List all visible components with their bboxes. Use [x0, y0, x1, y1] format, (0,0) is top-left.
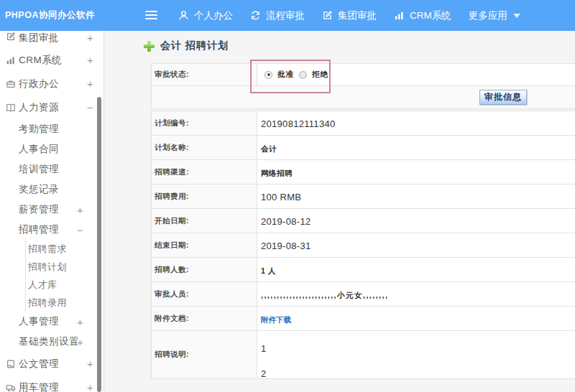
sidebar-item-考勤管理[interactable]: 考勤管理 [0, 119, 104, 139]
sidebar-item-人事管理[interactable]: 人事管理+ [0, 312, 104, 332]
sidebar-item-奖惩记录[interactable]: 奖惩记录 [0, 179, 104, 200]
expand-icon[interactable]: + [87, 78, 93, 90]
nav-3[interactable]: 集团审批 [322, 9, 377, 22]
chart-icon [394, 10, 405, 21]
field-row: 计划名称:会计 [152, 136, 575, 160]
chart-icon [6, 55, 16, 65]
sidebar-item-人才库[interactable]: 人才库 [0, 276, 104, 294]
expand-icon[interactable]: + [77, 204, 83, 216]
field-value: 2019-08-31 [261, 241, 311, 251]
caret-down-icon[interactable] [513, 14, 520, 18]
process-icon [250, 10, 261, 21]
expand-icon[interactable]: + [77, 316, 83, 328]
sidebar-item-招聘需求[interactable]: 招聘需求 [0, 240, 104, 258]
page-title: 会计 招聘计划 [160, 39, 229, 52]
user-icon [178, 10, 189, 21]
top-nav: 个人办公流程审批集团审批CRM系统更多应用 [178, 0, 520, 31]
field-label: 招聘渠道: [152, 160, 257, 185]
expand-icon[interactable]: + [87, 32, 93, 44]
annotation-red-box [250, 60, 331, 93]
field-value: 100 RMB [261, 192, 301, 202]
approval-status-label: 审批状态: [152, 64, 257, 86]
approval-info-button[interactable]: 审批信息 [479, 90, 527, 105]
sidebar-item-招聘管理[interactable]: 招聘管理− [0, 220, 104, 240]
sidebar-item-人事合同[interactable]: 人事合同 [0, 139, 104, 159]
field-row: 招聘渠道:网络招聘 [152, 160, 575, 185]
book-icon [6, 103, 16, 113]
expand-icon[interactable]: + [87, 381, 93, 392]
field-label: 招聘费用: [152, 185, 257, 209]
field-row: 招聘费用:100 RMB [152, 185, 575, 209]
app-title: PHPOA协同办公软件 [5, 0, 95, 31]
collapse-icon[interactable]: − [87, 101, 93, 113]
field-row: 附件文档:附件下载 [152, 307, 575, 331]
field-value: 会计 [261, 144, 277, 153]
field-value: 1 人 [261, 266, 276, 275]
field-label: 结束日期: [152, 233, 257, 258]
sidebar-item-集团审批[interactable]: 集团审批+ [0, 31, 104, 48]
field-label: 审批人员: [152, 282, 257, 307]
field-value: ,,,,,,,,,,,,,,,,,,,,,,,,小元女,,,,,,,, [261, 291, 388, 299]
nav-5[interactable]: 更多应用 [469, 9, 507, 22]
collapse-icon[interactable]: − [77, 224, 83, 236]
field-value: 2019-08-12 [261, 216, 311, 227]
menu-toggle-icon[interactable] [145, 11, 157, 22]
field-label: 开始日期: [152, 209, 257, 233]
field-row: 结束日期:2019-08-31 [152, 233, 575, 258]
nav-2[interactable]: 流程审批 [250, 9, 305, 22]
field-label: 招聘人数: [152, 258, 257, 282]
truck-icon [6, 383, 16, 392]
field-value: 20190812111340 [261, 118, 336, 129]
attachment-download-link[interactable]: 附件下载 [261, 315, 291, 324]
field-label: 招聘说明: [152, 331, 257, 379]
sidebar-item-招聘录用[interactable]: 招聘录用 [0, 294, 104, 312]
sidebar-item-公文管理[interactable]: 公文管理+ [0, 352, 104, 375]
expand-icon[interactable]: + [77, 336, 83, 348]
briefcase-icon [6, 79, 16, 89]
sidebar-item-用车管理[interactable]: 用车管理+ [0, 375, 104, 392]
edit-icon [322, 10, 333, 21]
nav-1[interactable]: 个人办公 [178, 9, 233, 22]
expand-icon[interactable]: + [87, 358, 93, 370]
main-content: 会计 招聘计划 审批状态: 批准拒绝 审批信息 计划编号:20190812111… [105, 31, 575, 392]
field-row: 计划编号:20190812111340 [152, 111, 575, 136]
sidebar-item-CRM系统[interactable]: CRM系统+ [0, 48, 104, 72]
field-row: 招聘人数:1 人 [152, 258, 575, 282]
sidebar-item-行政办公[interactable]: 行政办公+ [0, 72, 104, 95]
sidebar-item-培训管理[interactable]: 培训管理 [0, 159, 104, 179]
plan-detail-table: 计划编号:20190812111340计划名称:会计招聘渠道:网络招聘招聘费用:… [151, 111, 575, 379]
doc-icon [6, 359, 16, 369]
field-label: 计划编号: [152, 111, 257, 136]
sidebar-item-基础类别设置[interactable]: 基础类别设置+ [0, 332, 104, 352]
sidebar-scrollbar[interactable] [97, 97, 101, 392]
sidebar-item-招聘计划[interactable]: 招聘计划 [0, 258, 104, 276]
topbar: PHPOA协同办公软件 个人办公流程审批集团审批CRM系统更多应用 [0, 0, 575, 31]
sidebar-item-薪资管理[interactable]: 薪资管理+ [0, 200, 104, 220]
field-row: 招聘说明:1 2 [152, 331, 575, 379]
edit-icon [6, 32, 16, 42]
field-value: 1 2 [261, 336, 266, 379]
add-icon[interactable] [144, 41, 155, 52]
nav-4[interactable]: CRM系统 [394, 9, 451, 22]
approval-status-table: 审批状态: 批准拒绝 审批信息 [151, 63, 575, 109]
field-row: 审批人员:,,,,,,,,,,,,,,,,,,,,,,,,小元女,,,,,,,, [152, 282, 575, 307]
expand-icon[interactable]: + [87, 54, 93, 66]
field-row: 开始日期:2019-08-12 [152, 209, 575, 233]
field-label: 附件文档: [152, 307, 257, 331]
sidebar: 集团审批+CRM系统+行政办公+人力资源−考勤管理人事合同培训管理奖惩记录薪资管… [0, 31, 104, 392]
field-label: 计划名称: [152, 136, 257, 160]
sidebar-item-人力资源[interactable]: 人力资源− [0, 95, 104, 119]
field-value: 网络招聘 [261, 169, 293, 177]
